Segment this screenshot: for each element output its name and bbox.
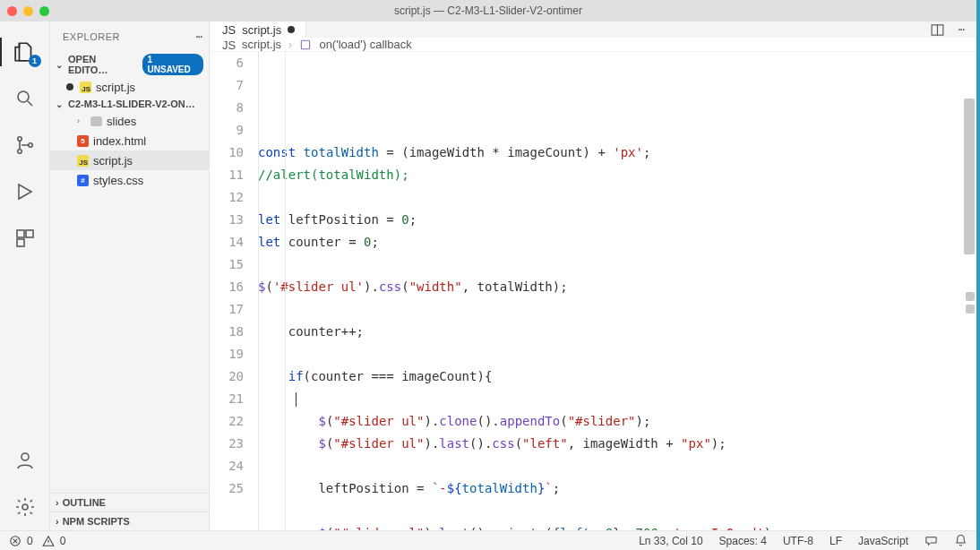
status-encoding[interactable]: UTF-8 [783, 535, 813, 547]
sidebar: EXPLORER ··· ⌄ OPEN EDITO… 1 UNSAVED JS … [50, 21, 210, 530]
scrollbar-thumb[interactable] [964, 99, 975, 254]
tree-item-label: script.js [93, 154, 133, 168]
status-spaces[interactable]: Spaces: 4 [719, 535, 767, 547]
editor-more-icon[interactable]: ··· [958, 21, 964, 38]
breadcrumb-symbol[interactable]: on('load') callback [319, 38, 411, 51]
tree-file-index-html[interactable]: 5 index.html [50, 131, 209, 150]
svg-point-8 [22, 504, 28, 510]
svg-point-3 [28, 143, 31, 147]
warnings-icon[interactable] [42, 535, 55, 547]
titlebar: script.js — C2-M3-L1-Slider-V2-ontimer [0, 0, 976, 21]
split-editor-icon[interactable] [930, 22, 945, 38]
chevron-down-icon: ⌄ [56, 60, 64, 70]
open-editors-label: OPEN EDITO… [68, 54, 139, 75]
js-file-icon: JS [80, 82, 91, 93]
activity-bar: 1 [0, 21, 50, 530]
feedback-icon[interactable] [924, 534, 938, 547]
chevron-right-icon: › [77, 116, 86, 125]
status-line-col[interactable]: Ln 33, Col 10 [639, 535, 702, 547]
tab-label: script.js [242, 23, 281, 37]
tab-script-js[interactable]: JS script.js [210, 21, 306, 38]
svg-point-1 [17, 137, 21, 141]
errors-icon[interactable] [9, 535, 21, 547]
html-file-icon: 5 [77, 135, 89, 147]
unsaved-badge: 1 UNSAVED [142, 54, 203, 75]
js-file-icon: JS [222, 23, 236, 37]
svg-rect-10 [302, 40, 310, 48]
tree-file-script-js[interactable]: JS script.js [50, 150, 209, 170]
activity-run-icon[interactable] [7, 174, 43, 210]
line-number-gutter: 678910111213141516171819202122232425 [210, 52, 258, 550]
status-eol[interactable]: LF [830, 535, 842, 547]
errors-count[interactable]: 0 [27, 535, 33, 547]
chevron-down-icon: ⌄ [56, 99, 64, 109]
js-file-icon: JS [222, 39, 235, 51]
js-file-icon: JS [77, 155, 89, 167]
open-editor-label: script.js [96, 81, 135, 94]
explorer-badge: 1 [29, 55, 41, 67]
open-editors-section[interactable]: ⌄ OPEN EDITO… 1 UNSAVED [50, 52, 209, 77]
minimap[interactable] [966, 292, 975, 314]
activity-settings-icon[interactable] [7, 489, 43, 525]
activity-explorer-icon[interactable]: 1 [7, 34, 43, 70]
svg-rect-6 [17, 239, 24, 246]
status-language[interactable]: JavaScript [858, 535, 908, 547]
svg-point-0 [18, 91, 29, 102]
code-editor[interactable]: 678910111213141516171819202122232425 con… [210, 52, 976, 550]
editor-tabs: JS script.js ··· [210, 21, 976, 38]
css-file-icon: # [77, 175, 89, 186]
workspace-folder-label: C2-M3-L1-SLIDER-V2-ON… [68, 99, 195, 109]
npm-scripts-label: NPM SCRIPTS [63, 516, 130, 527]
open-editor-item[interactable]: JS script.js [50, 77, 209, 97]
sidebar-more-icon[interactable]: ··· [195, 29, 202, 45]
npm-scripts-section[interactable]: › NPM SCRIPTS [50, 511, 209, 530]
window-title: script.js — C2-M3-L1-Slider-V2-ontimer [0, 4, 976, 17]
notifications-icon[interactable] [954, 534, 967, 547]
activity-accounts-icon[interactable] [7, 443, 43, 478]
tree-file-styles-css[interactable]: # styles.css [50, 170, 209, 190]
outline-label: OUTLINE [63, 497, 106, 508]
breadcrumb-file[interactable]: script.js [242, 38, 281, 51]
code-content[interactable]: const totalWidth = (imageWidth * imageCo… [258, 52, 976, 550]
activity-extensions-icon[interactable] [7, 220, 43, 256]
svg-rect-5 [26, 230, 33, 237]
sidebar-title: EXPLORER [63, 31, 120, 42]
chevron-right-icon: › [56, 516, 59, 527]
status-bar: 0 0 Ln 33, Col 10 Spaces: 4 UTF-8 LF Jav… [0, 530, 976, 550]
svg-point-7 [21, 453, 29, 460]
tree-item-label: slides [107, 115, 136, 128]
warnings-count[interactable]: 0 [60, 535, 66, 547]
svg-rect-4 [17, 230, 24, 237]
tree-item-label: styles.css [93, 174, 143, 187]
activity-search-icon[interactable] [7, 81, 43, 116]
method-icon [299, 39, 312, 51]
chevron-right-icon: › [288, 38, 292, 51]
tree-folder-slides[interactable]: › slides [50, 111, 209, 131]
outline-section[interactable]: › OUTLINE [50, 493, 209, 511]
dirty-indicator-icon [288, 26, 295, 33]
breadcrumbs[interactable]: JS script.js › on('load') callback [210, 38, 976, 52]
svg-point-2 [17, 150, 21, 153]
editor-group: JS script.js ··· JS script.js › on('load… [210, 21, 976, 530]
chevron-right-icon: › [56, 497, 59, 508]
activity-source-control-icon[interactable] [7, 127, 43, 163]
folder-icon [90, 116, 102, 126]
workspace-folder-section[interactable]: ⌄ C2-M3-L1-SLIDER-V2-ON… [50, 97, 209, 111]
tree-item-label: index.html [93, 134, 146, 148]
